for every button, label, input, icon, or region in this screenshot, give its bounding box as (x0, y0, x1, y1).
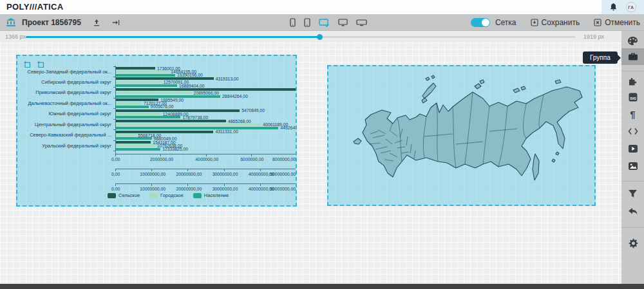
video-widget-icon[interactable] (621, 141, 644, 156)
device-preview-switcher (290, 14, 367, 31)
grid-toggle-knob (482, 19, 489, 26)
settings-gear-icon[interactable] (621, 236, 644, 251)
category-axis-tick (113, 87, 115, 88)
svg-widget-icon[interactable]: SVG (621, 89, 644, 105)
data-bar (116, 102, 142, 105)
data-bar (116, 141, 151, 144)
legend-swatch (149, 193, 158, 198)
legend-swatch (193, 193, 202, 198)
category-axis-tick (113, 151, 115, 151)
category-label: Южный федеральный округ (17, 111, 111, 117)
value-axis-label: 6000000,00 (241, 157, 264, 162)
value-axis-tick (224, 183, 225, 186)
text-paragraph-widget-icon[interactable]: ¶ (621, 106, 644, 122)
bar-value-label: 12333825,00 (162, 147, 188, 152)
value-axis-label: 0,00 (111, 187, 120, 192)
device-phone-large-icon[interactable] (304, 18, 310, 27)
russia-map (330, 67, 594, 205)
data-bar (116, 84, 177, 87)
device-desktop-icon[interactable] (338, 18, 348, 27)
data-bar (116, 67, 155, 70)
code-widget-icon[interactable] (621, 124, 644, 139)
data-bar (116, 106, 149, 108)
width-slider-handle[interactable] (317, 34, 323, 40)
category-label: Центральный федеральный округ (17, 122, 111, 128)
value-axis-label: 30000000,00 (213, 172, 238, 177)
width-slider-track[interactable] (26, 36, 576, 38)
device-widescreen-icon[interactable] (356, 18, 367, 27)
data-bar (116, 137, 152, 140)
save-button[interactable]: Сохранить (531, 18, 580, 27)
legend-item: Сельское (108, 192, 140, 198)
user-avatar[interactable]: ГА (626, 2, 636, 12)
category-axis-line (115, 66, 116, 155)
project-title: Проект 1856795 (22, 18, 81, 27)
puzzle-widget-icon[interactable] (621, 74, 644, 89)
value-axis-label: 50000000,00 (270, 187, 296, 192)
legend-label: Сельское (118, 192, 140, 198)
value-axis-tick (187, 169, 188, 171)
bar-chart-widget[interactable]: Северо-Западный федеральный ок...1736001… (16, 55, 297, 207)
value-axis-label: 0,00 (111, 157, 120, 162)
dashboard-canvas[interactable]: Северо-Западный федеральный ок...1736001… (0, 42, 621, 284)
value-axis-tick (115, 154, 116, 156)
notifications-bell-icon[interactable] (609, 3, 618, 12)
group-tooltip: Группа (583, 51, 618, 64)
data-bar (116, 124, 261, 126)
publish-upload-icon[interactable] (93, 19, 100, 26)
data-bar (116, 116, 180, 118)
bottom-status-bar (0, 284, 644, 289)
image-widget-icon[interactable] (621, 158, 644, 174)
category-axis-tick (113, 129, 115, 130)
value-axis-tick (260, 169, 261, 171)
device-tablet-selected-icon[interactable] (319, 18, 330, 27)
value-axis-label: 0,00 (111, 172, 120, 177)
russia-map-widget[interactable] (327, 65, 596, 206)
value-axis-line (115, 183, 296, 184)
bar-value-label: 28844264,00 (222, 94, 248, 99)
category-label: Приволжский федеральный округ (17, 89, 111, 96)
project-bank-icon[interactable] (6, 18, 16, 27)
bar-value-label: 4311331,00 (215, 129, 238, 135)
value-axis-tick (160, 154, 161, 156)
sidebar-divider (621, 227, 644, 228)
svg-text:SVG: SVG (630, 97, 636, 100)
legend-swatch (108, 193, 116, 198)
data-bar (116, 144, 155, 147)
cancel-button[interactable]: Отменить (594, 18, 640, 27)
category-label: Дальневосточный федеральный ок... (17, 100, 111, 107)
data-bar (116, 70, 169, 73)
widget-palette-sidebar: SVG ¶ (621, 31, 644, 289)
app-window: POLY///ATICA ГА Проект 1856795 (0, 0, 644, 289)
value-axis-tick (151, 183, 152, 186)
width-slider-fill (26, 36, 321, 38)
value-axis-label: 8000000,00 (272, 157, 296, 162)
category-axis-tick (113, 98, 115, 98)
group-widget-icon[interactable] (621, 48, 644, 65)
category-axis-tick (113, 119, 115, 120)
grid-toggle-label: Сетка (495, 18, 516, 27)
collapse-panel-icon[interactable] (112, 19, 120, 26)
grid-toggle[interactable] (471, 18, 490, 27)
data-bar (116, 74, 175, 77)
category-axis-tick (113, 108, 115, 109)
value-axis-tick (296, 183, 297, 186)
palette-icon[interactable] (621, 33, 644, 48)
category-label: Северо-Западный федеральный ок... (17, 69, 111, 75)
value-axis-label: 10000000,00 (140, 187, 166, 192)
value-axis-label: 10000000,00 (140, 172, 166, 177)
category-axis-tick (113, 77, 115, 77)
filter-icon[interactable] (621, 186, 644, 201)
category-label: Сибирский федеральный округ (17, 79, 111, 86)
value-axis-label: 4000000,00 (195, 157, 218, 162)
bar-value-label: 4319313,00 (216, 77, 239, 82)
data-bar (116, 134, 136, 136)
data-bar (116, 113, 161, 115)
device-phone-small-icon[interactable] (290, 18, 296, 27)
value-axis-label: 20000000,00 (176, 187, 202, 192)
app-header: POLY///ATICA ГА (0, 0, 644, 14)
undo-reply-icon[interactable] (621, 203, 644, 219)
value-axis-tick (151, 169, 152, 171)
value-axis-tick (115, 183, 116, 186)
value-axis-tick (251, 154, 252, 156)
